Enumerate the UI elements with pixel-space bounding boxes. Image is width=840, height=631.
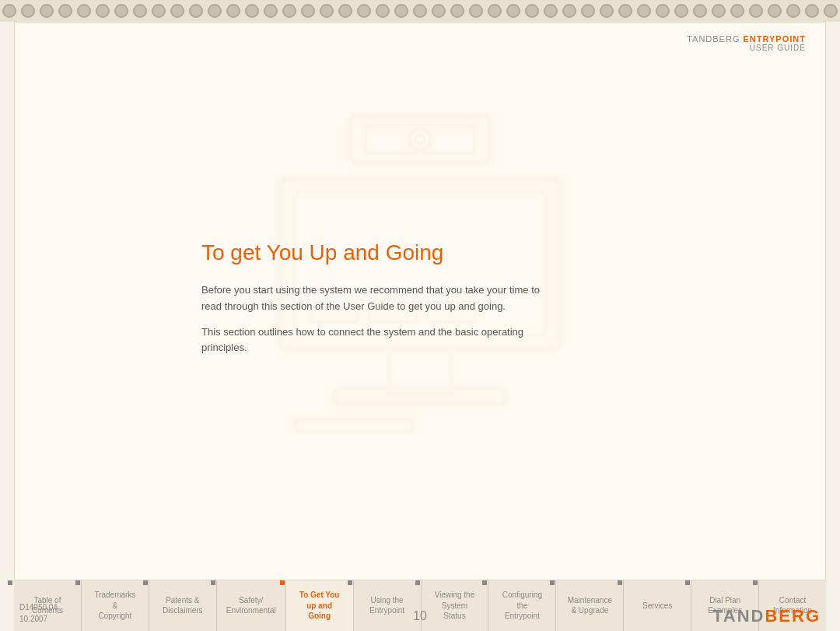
spiral-coil — [674, 4, 688, 18]
tab-inner-viewing-status: Viewing the System Status — [427, 590, 481, 622]
tab-using-entrypoint[interactable]: Using the Entrypoint — [354, 580, 422, 631]
spiral-coil — [786, 4, 800, 18]
spiral-coil — [730, 4, 744, 18]
brand-header: TANDBERG ENTRYPOINT USER GUIDE — [687, 34, 806, 52]
tab-label-using-entrypoint: Using the Entrypoint — [369, 595, 404, 616]
tab-inner-configuring: Configuring the Entrypoint — [495, 590, 549, 622]
tab-viewing-status[interactable]: Viewing the System Status — [422, 580, 489, 631]
spiral-coil — [208, 4, 222, 18]
spiral-coil — [450, 4, 464, 18]
spiral-coil — [170, 4, 184, 18]
tab-label-safety: Safety/ Environmental — [226, 595, 276, 616]
tab-label-services: Services — [642, 601, 672, 612]
footer-brand-highlight: BERG — [765, 606, 821, 626]
spiral-coil — [338, 4, 352, 18]
spiral-coil — [432, 4, 446, 18]
tab-safety[interactable]: Safety/ Environmental — [217, 580, 286, 631]
spiral-coil — [40, 4, 54, 18]
spiral-coil — [189, 4, 203, 18]
tab-trademarks[interactable]: Trademarks & Copyright — [82, 580, 149, 631]
spiral-coil — [2, 4, 16, 18]
tab-label-configuring: Configuring the Entrypoint — [501, 590, 543, 622]
tab-services[interactable]: Services — [624, 580, 691, 631]
tab-inner-using-entrypoint: Using the Entrypoint — [360, 590, 415, 622]
svg-point-3 — [415, 135, 425, 144]
content-paragraph-1: Before you start using the system we rec… — [201, 282, 559, 315]
spiral-coil — [152, 4, 166, 18]
footer-doc-id: D14050.04 10.2007 — [19, 601, 58, 625]
tab-get-up-going[interactable]: To Get You up and Going — [286, 580, 354, 631]
svg-rect-10 — [334, 388, 506, 404]
tab-label-trademarks: Trademarks & Copyright — [94, 590, 136, 622]
spiral-coil — [282, 4, 296, 18]
spiral-coil — [58, 4, 72, 18]
footer-doc-number: D14050.04 — [19, 601, 58, 613]
spiral-binding — [0, 0, 840, 22]
spiral-coil — [77, 4, 91, 18]
tab-inner-maintenance: Maintenance & Upgrade — [562, 590, 617, 622]
footer-year: 10.2007 — [19, 613, 58, 625]
spiral-coil — [768, 4, 782, 18]
tab-label-get-up-going: To Get You up and Going — [299, 590, 341, 622]
bottom-tabs: Table of ContentsTrademarks & CopyrightP… — [14, 580, 826, 631]
spiral-coil — [749, 4, 763, 18]
spiral-coil — [824, 4, 838, 18]
spiral-coil — [394, 4, 408, 18]
tab-label-viewing-status: Viewing the System Status — [433, 590, 475, 622]
spiral-coil — [469, 4, 483, 18]
spiral-coil — [413, 4, 427, 18]
brand-name: TANDBERG ENTRYPOINT — [687, 34, 806, 44]
spiral-coil — [656, 4, 670, 18]
tab-configuring[interactable]: Configuring the Entrypoint — [488, 580, 556, 631]
spiral-coil — [805, 4, 819, 18]
spiral-coil — [376, 4, 390, 18]
footer-page-number: 10 — [413, 609, 427, 623]
spiral-coil — [637, 4, 651, 18]
spiral-coil — [114, 4, 128, 18]
spiral-coil — [562, 4, 576, 18]
spiral-coil — [600, 4, 614, 18]
tab-patents[interactable]: Patents & Disclaimers — [149, 580, 217, 631]
tab-inner-trademarks: Trademarks & Copyright — [88, 590, 142, 622]
tab-inner-services: Services — [630, 590, 684, 622]
spiral-coil — [693, 4, 707, 18]
content-body: Before you start using the system we rec… — [201, 282, 559, 356]
content-title: To get You Up and Going — [201, 240, 559, 265]
spiral-coil — [712, 4, 726, 18]
svg-point-2 — [409, 128, 431, 150]
footer-brand: TANDBERG — [712, 606, 821, 626]
spiral-coil — [618, 4, 632, 18]
spiral-coil — [581, 4, 595, 18]
spiral-coil — [226, 4, 240, 18]
spiral-coil — [488, 4, 502, 18]
tab-label-patents: Patents & Disclaimers — [163, 595, 203, 616]
spiral-coil — [245, 4, 259, 18]
content-paragraph-2: This section outlines how to connect the… — [201, 324, 559, 357]
tab-inner-get-up-going: To Get You up and Going — [292, 590, 347, 622]
main-page: TANDBERG ENTRYPOINT USER GUIDE — [14, 22, 826, 580]
svg-rect-11 — [296, 419, 412, 431]
spiral-coil — [21, 4, 35, 18]
spiral-coil — [301, 4, 315, 18]
spiral-coil — [544, 4, 558, 18]
spiral-coil — [525, 4, 539, 18]
spiral-coil — [357, 4, 371, 18]
spiral-coil — [506, 4, 520, 18]
tab-inner-patents: Patents & Disclaimers — [156, 590, 210, 622]
brand-highlight: ENTRYPOINT — [744, 34, 807, 44]
tab-maintenance[interactable]: Maintenance & Upgrade — [556, 580, 624, 631]
svg-rect-0 — [350, 116, 490, 163]
content-area: To get You Up and Going Before you start… — [201, 240, 559, 366]
tab-inner-safety: Safety/ Environmental — [223, 590, 279, 622]
spiral-coil — [320, 4, 334, 18]
spiral-coil — [133, 4, 147, 18]
spiral-coil — [96, 4, 110, 18]
tab-label-maintenance: Maintenance & Upgrade — [568, 595, 612, 616]
brand-subtitle: USER GUIDE — [687, 44, 806, 52]
spiral-coil — [264, 4, 278, 18]
